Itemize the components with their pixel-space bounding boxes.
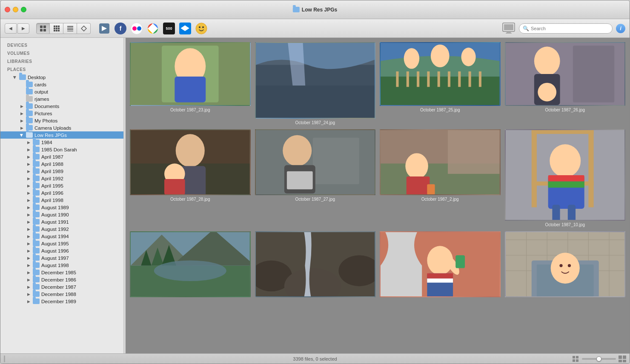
sidebar-item-april1987[interactable]: ▶ April 1987 [0, 153, 123, 160]
disclosure-august1997: ▶ [26, 256, 31, 261]
folder-icon-august1996 [33, 248, 40, 253]
svg-rect-3 [43, 29, 46, 31]
monitor-icon-button[interactable] [502, 22, 515, 35]
svg-rect-40 [407, 71, 409, 87]
main-area: DEVICES VOLUMES LIBRARIES PLACES ▶ Deskt… [0, 38, 630, 353]
maximize-button[interactable] [21, 7, 26, 12]
list-item[interactable]: October 1987_27.jpg [255, 129, 376, 227]
sidebar-item-april1995[interactable]: ▶ April 1995 [0, 182, 123, 189]
disclosure-april1988: ▶ [26, 162, 31, 167]
sidebar-item-lowresjpgs[interactable]: ▶ Low Res JPGs [0, 131, 123, 139]
list-item[interactable] [505, 231, 626, 299]
dropbox-button[interactable] [178, 22, 192, 35]
back-button[interactable]: ◀ [5, 23, 17, 34]
svg-rect-83 [548, 182, 584, 188]
list-item[interactable] [380, 231, 501, 299]
resize-grip[interactable] [4, 355, 5, 362]
disclosure-december1988: ▶ [26, 292, 31, 297]
sidebar-item-december1987[interactable]: ▶ December 1987 [0, 283, 123, 290]
svg-point-65 [283, 135, 312, 166]
sidebar: DEVICES VOLUMES LIBRARIES PLACES ▶ Deskt… [0, 38, 124, 353]
sidebar-item-august1989[interactable]: ▶ August 1989 [0, 204, 123, 211]
smiley-button[interactable] [195, 22, 208, 35]
sidebar-item-1984[interactable]: ▶ 1984 [0, 139, 123, 146]
disclosure-desktop: ▶ [12, 75, 17, 80]
sidebar-item-1985donsarah[interactable]: ▶ 1985 Don Sarah [0, 146, 123, 153]
sidebar-item-august1998[interactable]: ▶ August 1998 [0, 262, 123, 269]
svg-rect-28 [507, 31, 511, 33]
500px-button[interactable]: 500 [162, 22, 176, 35]
disclosure-august1989: ▶ [26, 205, 31, 210]
sidebar-item-august1995[interactable]: ▶ August 1995 [0, 240, 123, 247]
list-item[interactable]: October 1987_25.jpg [380, 42, 501, 125]
sidebar-item-december1988[interactable]: ▶ December 1988 [0, 290, 123, 298]
svg-point-59 [176, 134, 205, 167]
list-item[interactable]: October 1987_28.jpg [130, 129, 251, 227]
view-cover-button[interactable] [77, 23, 91, 34]
minimize-button[interactable] [13, 7, 18, 12]
sidebar-item-output[interactable]: ▶ output [0, 88, 123, 95]
view-icon-button[interactable] [36, 23, 50, 34]
sidebar-item-april1989[interactable]: ▶ April 1989 [0, 168, 123, 175]
disclosure-camerauploads: ▶ [19, 125, 24, 131]
svg-point-21 [151, 26, 155, 31]
list-item[interactable]: October 1987_23.jpg [130, 42, 251, 125]
disclosure-1985donsarah: ▶ [26, 147, 31, 152]
sidebar-item-april1998[interactable]: ▶ April 1998 [0, 196, 123, 204]
size-slider[interactable] [582, 358, 616, 360]
folder-icon-august1991 [33, 219, 40, 225]
view-list-button[interactable] [63, 23, 77, 34]
sidebar-item-august1997[interactable]: ▶ August 1997 [0, 254, 123, 262]
list-item[interactable]: October 1987_2.jpg [380, 129, 501, 227]
list-item[interactable] [255, 231, 376, 299]
disclosure-august1992: ▶ [26, 227, 31, 232]
sidebar-item-april1996[interactable]: ▶ April 1996 [0, 189, 123, 196]
svg-rect-64 [312, 138, 359, 184]
facebook-button[interactable]: f [114, 22, 127, 35]
sidebar-section-libraries: LIBRARIES [0, 57, 123, 65]
sidebar-item-december1985[interactable]: ▶ December 1985 [0, 269, 123, 276]
forward-button[interactable]: ▶ [17, 23, 29, 34]
list-item[interactable]: October 1987_10.jpg [505, 129, 626, 227]
close-button[interactable] [5, 7, 10, 12]
list-item[interactable]: October 1987_24.jpg [255, 42, 376, 125]
sidebar-item-august1990[interactable]: ▶ August 1990 [0, 211, 123, 218]
list-item[interactable] [130, 231, 251, 299]
sidebar-item-april1992[interactable]: ▶ April 1992 [0, 175, 123, 182]
action-icon-button[interactable] [97, 22, 111, 35]
svg-rect-124 [573, 359, 575, 362]
svg-rect-77 [588, 130, 593, 207]
sidebar-item-pictures[interactable]: ▶ Pictures [0, 110, 123, 117]
sidebar-item-documents[interactable]: ▶ Documents [0, 102, 123, 110]
flickr-button[interactable] [130, 22, 143, 35]
sidebar-item-cards[interactable]: ▶ cards [0, 81, 123, 88]
size-slider-thumb[interactable] [596, 356, 601, 361]
google-button[interactable] [146, 22, 160, 35]
view-grid-button[interactable] [50, 23, 63, 34]
disclosure-pictures: ▶ [19, 111, 24, 116]
sidebar-item-december1989[interactable]: ▶ December 1989 [0, 298, 123, 305]
svg-rect-84 [552, 205, 560, 220]
sidebar-item-april1988[interactable]: ▶ April 1988 [0, 160, 123, 168]
grid-large-icon [619, 355, 626, 362]
info-button[interactable]: i [616, 24, 625, 33]
svg-rect-15 [67, 29, 73, 30]
disclosure-april1998: ▶ [26, 198, 31, 203]
sidebar-item-august1996[interactable]: ▶ August 1996 [0, 247, 123, 254]
svg-rect-73 [427, 184, 435, 194]
toolbar: ◀ ▶ [0, 19, 630, 38]
sidebar-item-camerauploads[interactable]: ▶ Camera Uploads [0, 124, 123, 131]
sidebar-item-myphotos[interactable]: ▶ My Photos [0, 117, 123, 124]
sidebar-item-december1986[interactable]: ▶ December 1986 [0, 276, 123, 283]
svg-rect-126 [619, 355, 622, 359]
search-input[interactable] [531, 26, 609, 31]
sidebar-item-rjames[interactable]: ▶ rjames [0, 95, 123, 102]
sidebar-item-august1994[interactable]: ▶ August 1994 [0, 233, 123, 240]
folder-icon-april1998 [33, 197, 40, 203]
sidebar-item-august1992[interactable]: ▶ August 1992 [0, 225, 123, 233]
sidebar-item-august1991[interactable]: ▶ August 1991 [0, 218, 123, 225]
list-item[interactable]: October 1987_26.jpg [505, 42, 626, 125]
traffic-lights [5, 7, 26, 12]
sidebar-section-devices: DEVICES [0, 41, 123, 49]
sidebar-item-desktop[interactable]: ▶ Desktop [0, 74, 123, 81]
